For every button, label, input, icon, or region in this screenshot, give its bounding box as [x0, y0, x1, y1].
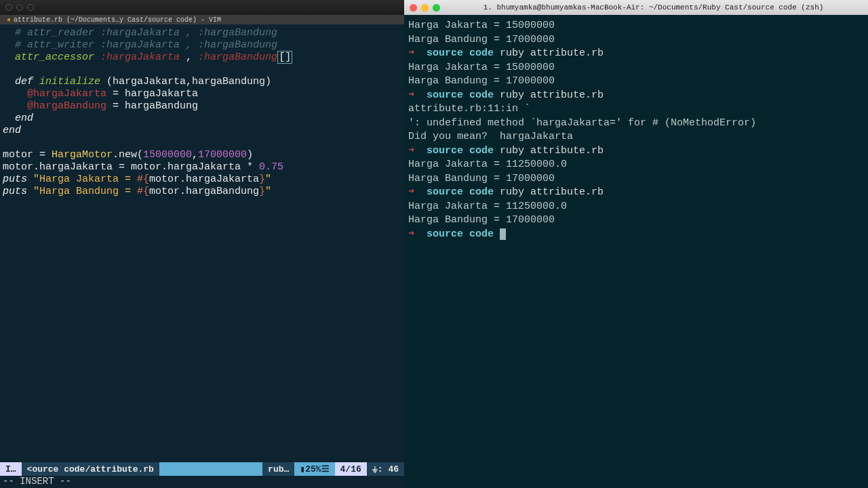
vim-tab-label: attribute.rb (~/Documents…y Cast/source … [14, 16, 221, 24]
traffic-light-min-icon[interactable] [16, 4, 23, 11]
traffic-light-close-icon[interactable] [410, 4, 417, 12]
traffic-light-max-icon[interactable] [27, 4, 34, 11]
vim-code-area[interactable]: # attr_reader :hargaJakarta , :hargaBand… [0, 24, 404, 462]
terminal-cursor [500, 228, 506, 240]
statusbar-col: ⏚ : 46 [367, 462, 404, 476]
vim-tab[interactable]: ● attribute.rb (~/Documents…y Cast/sourc… [0, 15, 404, 24]
vim-modeline: -- INSERT -- [0, 476, 404, 488]
vim-statusbar: I… <ource code/attribute.rb rub… ▮ 25% ☰… [0, 462, 404, 476]
traffic-light-min-icon[interactable] [421, 4, 429, 12]
statusbar-path: <ource code/attribute.rb [22, 462, 159, 476]
traffic-light-close-icon[interactable] [5, 4, 12, 11]
terminal-output-area[interactable]: Harga Jakarta = 15000000 Harga Bandung =… [404, 15, 868, 488]
traffic-light-max-icon[interactable] [433, 4, 440, 12]
statusbar-filetype: rub… [262, 462, 294, 476]
percent-icon: ▮ [300, 464, 305, 474]
vim-editor-pane: ● attribute.rb (~/Documents…y Cast/sourc… [0, 0, 404, 488]
terminal-pane: 1. bhumyamka@bhumyamkas-MacBook-Air: ~/D… [404, 0, 868, 488]
file-icon: ● [7, 16, 11, 24]
statusbar-line-ratio: 4/16 [335, 462, 367, 476]
vim-os-titlebar [0, 0, 404, 15]
statusbar-mode-badge: I… [0, 462, 22, 476]
terminal-titlebar: 1. bhumyamka@bhumyamkas-MacBook-Air: ~/D… [404, 0, 868, 15]
terminal-title: 1. bhumyamka@bhumyamkas-MacBook-Air: ~/D… [444, 3, 863, 12]
statusbar-percent: ▮ 25% ☰ [294, 462, 334, 476]
col-icon: ⏚ [372, 464, 378, 474]
